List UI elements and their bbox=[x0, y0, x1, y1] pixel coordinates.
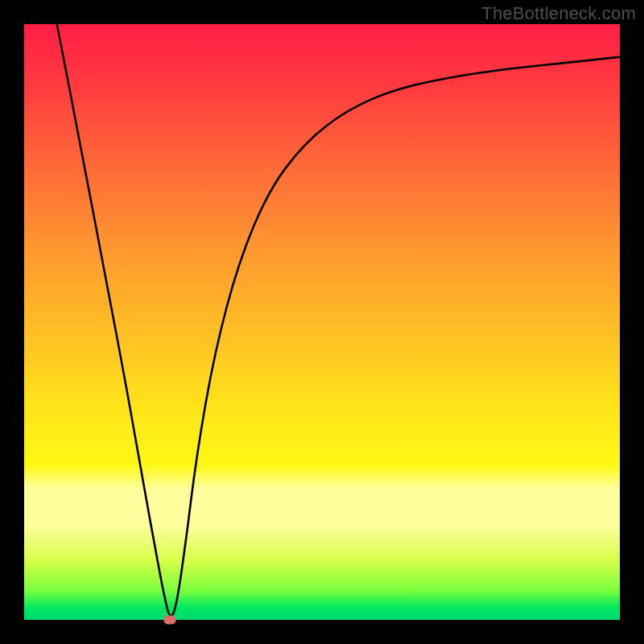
plot-area bbox=[24, 24, 620, 620]
watermark-text: TheBottleneck.com bbox=[481, 3, 636, 24]
bottleneck-curve-path bbox=[57, 24, 620, 616]
minimum-marker bbox=[164, 616, 176, 625]
curve-layer bbox=[24, 24, 620, 620]
chart-frame: TheBottleneck.com bbox=[0, 0, 644, 644]
